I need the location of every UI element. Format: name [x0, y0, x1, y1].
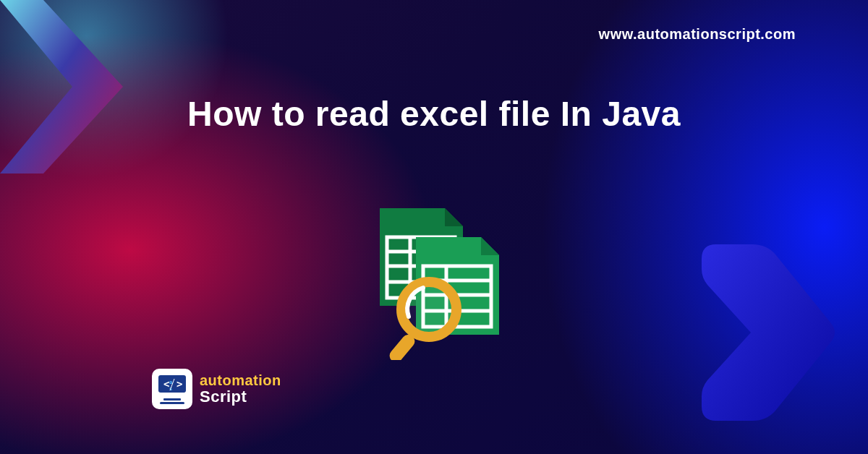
website-url: www.automationscript.com: [599, 26, 796, 43]
decorative-chevron-bottom-right: [687, 237, 839, 425]
logo-text-line1: automation: [200, 373, 281, 387]
page-title: How to read excel file In Java: [187, 94, 681, 134]
logo-text-line2: Script: [200, 389, 281, 405]
logo-badge-icon: < a s >: [152, 369, 192, 409]
spreadsheet-search-icon: [351, 194, 517, 360]
brand-logo: < a s > automation Script: [152, 369, 281, 409]
decorative-chevron-top-left: [0, 0, 137, 188]
svg-text:>: >: [176, 378, 182, 390]
